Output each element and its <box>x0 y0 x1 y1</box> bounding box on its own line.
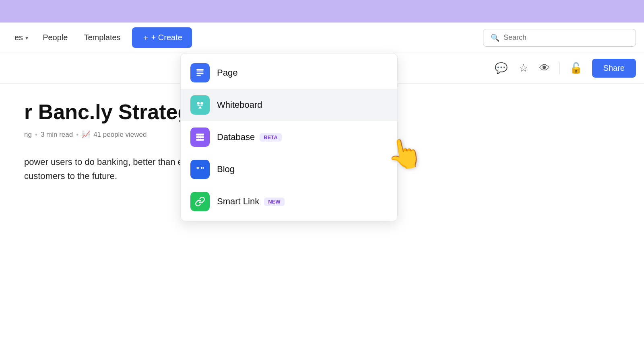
star-icon: ☆ <box>519 62 528 74</box>
svg-text:": " <box>200 165 204 174</box>
search-box[interactable]: 🔍 <box>483 29 636 47</box>
toolbar-right: 💬 ☆ 👁 🔓 Share <box>493 59 636 78</box>
page-item-row: Page <box>217 68 237 78</box>
share-button[interactable]: Share <box>592 59 636 78</box>
spaces-label: es <box>14 33 23 42</box>
new-badge: NEW <box>264 197 284 206</box>
star-icon-button[interactable]: ☆ <box>517 60 530 76</box>
search-icon: 🔍 <box>491 33 500 42</box>
page-icon <box>195 68 205 78</box>
whiteboard-icon <box>195 100 205 110</box>
dropdown-item-whiteboard[interactable]: Whiteboard <box>181 89 397 121</box>
comment-icon: 💬 <box>495 62 508 74</box>
page-icon-bg <box>190 63 210 82</box>
page-item-label: Page <box>217 68 237 78</box>
trend-icon: 📈 <box>82 130 90 139</box>
svg-point-5 <box>200 102 203 104</box>
svg-rect-0 <box>196 69 203 70</box>
nav-item-templates[interactable]: Templates <box>76 30 128 45</box>
create-plus-icon: ＋ <box>142 32 150 43</box>
dot-separator-2: • <box>76 131 78 139</box>
create-button[interactable]: ＋ + Create <box>132 27 192 48</box>
dropdown-item-page[interactable]: Page <box>181 57 397 89</box>
svg-rect-8 <box>196 139 204 140</box>
dropdown-item-smartlink[interactable]: Smart Link NEW <box>181 185 397 218</box>
smartlink-icon <box>195 196 205 207</box>
svg-rect-3 <box>196 75 201 76</box>
blog-icon: " " <box>195 164 205 175</box>
smartlink-icon-bg <box>190 192 210 211</box>
search-input[interactable] <box>504 33 628 42</box>
eye-icon: 👁 <box>539 62 550 74</box>
blog-item-row: Blog <box>217 164 235 175</box>
svg-rect-7 <box>196 136 204 138</box>
toolbar-divider <box>559 62 560 74</box>
nav-right: 🔍 <box>483 29 636 47</box>
svg-point-4 <box>197 102 200 104</box>
whiteboard-item-row: Whiteboard <box>217 100 262 110</box>
whiteboard-item-label: Whiteboard <box>217 100 262 110</box>
comment-icon-button[interactable]: 💬 <box>493 60 509 76</box>
svg-rect-1 <box>196 72 203 72</box>
dropdown-item-database[interactable]: Database BETA <box>181 121 397 153</box>
lock-icon-button[interactable]: 🔓 <box>568 60 584 76</box>
blog-item-label: Blog <box>217 164 235 175</box>
dot-separator-1: • <box>35 131 37 139</box>
nav-item-spaces[interactable]: es ▾ <box>8 30 35 45</box>
smartlink-item-label: Smart Link <box>217 196 259 207</box>
chevron-down-icon: ▾ <box>25 35 28 41</box>
beta-badge: BETA <box>260 133 281 142</box>
top-banner <box>0 0 644 23</box>
svg-rect-6 <box>196 134 204 135</box>
create-dropdown: Page Whiteboard Dat <box>180 53 398 221</box>
database-icon-bg <box>190 128 210 147</box>
database-icon <box>195 132 205 142</box>
nav-item-people[interactable]: People <box>35 30 76 45</box>
read-time: 3 min read <box>41 131 73 139</box>
dropdown-item-blog[interactable]: " " Blog <box>181 153 397 185</box>
blog-icon-bg: " " <box>190 160 210 179</box>
navbar: es ▾ People Templates ＋ + Create 🔍 <box>0 23 644 53</box>
author: ng <box>24 131 32 139</box>
whiteboard-icon-bg <box>190 95 210 115</box>
svg-rect-2 <box>196 73 203 74</box>
smartlink-item-row: Smart Link NEW <box>217 196 285 207</box>
database-item-label: Database <box>217 132 255 142</box>
svg-text:": " <box>196 165 200 174</box>
lock-icon: 🔓 <box>570 62 582 74</box>
nav-left: es ▾ People Templates ＋ + Create <box>8 27 192 48</box>
database-item-row: Database BETA <box>217 132 282 142</box>
eye-icon-button[interactable]: 👁 <box>538 60 551 76</box>
view-count: 41 people viewed <box>93 131 147 139</box>
